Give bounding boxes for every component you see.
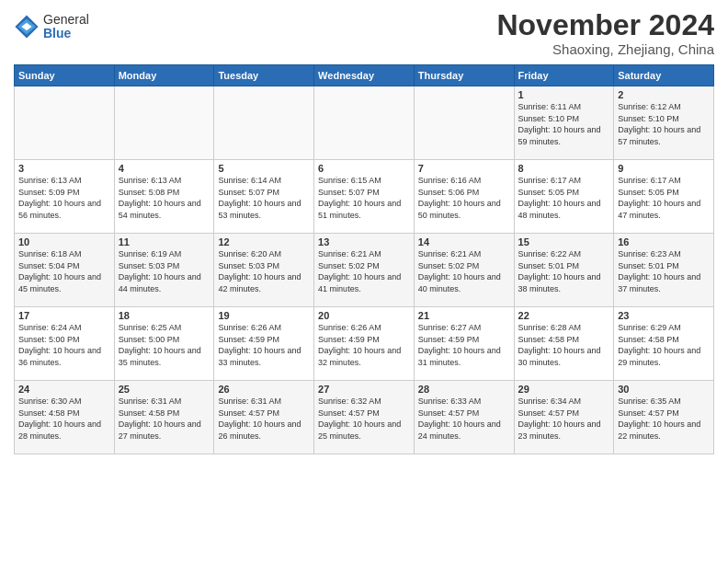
day-cell (114, 86, 214, 160)
day-number: 4 (119, 163, 210, 174)
day-content: Sunrise: 6:20 AM Sunset: 5:03 PM Dayligh… (218, 248, 310, 294)
day-number: 21 (418, 310, 510, 321)
day-content: Sunrise: 6:35 AM Sunset: 4:57 PM Dayligh… (618, 396, 710, 442)
week-row-4: 24Sunrise: 6:30 AM Sunset: 4:58 PM Dayli… (15, 381, 714, 454)
location: Shaoxing, Zhejiang, China (496, 41, 714, 57)
day-number: 27 (318, 384, 410, 395)
day-cell (214, 86, 314, 160)
day-content: Sunrise: 6:11 AM Sunset: 5:10 PM Dayligh… (518, 101, 610, 147)
calendar-table: Sunday Monday Tuesday Wednesday Thursday… (14, 64, 714, 454)
day-cell: 10Sunrise: 6:18 AM Sunset: 5:04 PM Dayli… (15, 234, 115, 307)
day-number: 2 (618, 89, 710, 100)
day-content: Sunrise: 6:14 AM Sunset: 5:07 PM Dayligh… (218, 175, 310, 221)
day-cell: 12Sunrise: 6:20 AM Sunset: 5:03 PM Dayli… (214, 234, 314, 307)
day-cell: 30Sunrise: 6:35 AM Sunset: 4:57 PM Dayli… (614, 381, 714, 454)
header-wednesday: Wednesday (314, 65, 415, 86)
header-saturday: Saturday (614, 65, 714, 86)
day-number: 14 (418, 236, 510, 247)
header-row: Sunday Monday Tuesday Wednesday Thursday… (15, 65, 714, 86)
day-content: Sunrise: 6:17 AM Sunset: 5:05 PM Dayligh… (618, 175, 710, 221)
day-cell: 7Sunrise: 6:16 AM Sunset: 5:06 PM Daylig… (414, 160, 514, 234)
day-cell: 9Sunrise: 6:17 AM Sunset: 5:05 PM Daylig… (614, 160, 714, 234)
day-cell: 5Sunrise: 6:14 AM Sunset: 5:07 PM Daylig… (214, 160, 314, 234)
day-content: Sunrise: 6:18 AM Sunset: 5:04 PM Dayligh… (18, 248, 110, 294)
title-block: November 2024 Shaoxing, Zhejiang, China (496, 9, 714, 57)
day-content: Sunrise: 6:26 AM Sunset: 4:59 PM Dayligh… (218, 322, 310, 368)
day-number: 7 (418, 163, 510, 174)
day-content: Sunrise: 6:21 AM Sunset: 5:02 PM Dayligh… (418, 248, 510, 294)
day-cell: 16Sunrise: 6:23 AM Sunset: 5:01 PM Dayli… (614, 234, 714, 307)
day-cell: 14Sunrise: 6:21 AM Sunset: 5:02 PM Dayli… (414, 234, 514, 307)
calendar-body: 1Sunrise: 6:11 AM Sunset: 5:10 PM Daylig… (15, 86, 714, 454)
day-number: 22 (518, 310, 610, 321)
day-content: Sunrise: 6:21 AM Sunset: 5:02 PM Dayligh… (318, 248, 410, 294)
day-cell: 23Sunrise: 6:29 AM Sunset: 4:58 PM Dayli… (614, 307, 714, 381)
day-content: Sunrise: 6:12 AM Sunset: 5:10 PM Dayligh… (618, 101, 710, 147)
day-cell: 25Sunrise: 6:31 AM Sunset: 4:58 PM Dayli… (114, 381, 214, 454)
logo-text: General Blue (43, 13, 89, 41)
day-number: 6 (318, 163, 410, 174)
month-title: November 2024 (496, 9, 714, 41)
day-content: Sunrise: 6:31 AM Sunset: 4:58 PM Dayligh… (119, 396, 210, 442)
day-content: Sunrise: 6:27 AM Sunset: 4:59 PM Dayligh… (418, 322, 510, 368)
day-content: Sunrise: 6:19 AM Sunset: 5:03 PM Dayligh… (119, 248, 210, 294)
day-content: Sunrise: 6:25 AM Sunset: 5:00 PM Dayligh… (119, 322, 210, 368)
day-cell: 19Sunrise: 6:26 AM Sunset: 4:59 PM Dayli… (214, 307, 314, 381)
calendar-header: Sunday Monday Tuesday Wednesday Thursday… (15, 65, 714, 86)
day-content: Sunrise: 6:32 AM Sunset: 4:57 PM Dayligh… (318, 396, 410, 442)
day-cell: 29Sunrise: 6:34 AM Sunset: 4:57 PM Dayli… (514, 381, 614, 454)
day-number: 29 (518, 384, 610, 395)
day-content: Sunrise: 6:15 AM Sunset: 5:07 PM Dayligh… (318, 175, 410, 221)
header-friday: Friday (514, 65, 614, 86)
day-cell: 3Sunrise: 6:13 AM Sunset: 5:09 PM Daylig… (15, 160, 115, 234)
week-row-1: 3Sunrise: 6:13 AM Sunset: 5:09 PM Daylig… (15, 160, 714, 234)
logo-blue: Blue (43, 27, 89, 40)
week-row-3: 17Sunrise: 6:24 AM Sunset: 5:00 PM Dayli… (15, 307, 714, 381)
day-cell: 20Sunrise: 6:26 AM Sunset: 4:59 PM Dayli… (314, 307, 415, 381)
day-cell: 18Sunrise: 6:25 AM Sunset: 5:00 PM Dayli… (114, 307, 214, 381)
day-number: 23 (618, 310, 710, 321)
day-content: Sunrise: 6:28 AM Sunset: 4:58 PM Dayligh… (518, 322, 610, 368)
day-cell (414, 86, 514, 160)
day-content: Sunrise: 6:23 AM Sunset: 5:01 PM Dayligh… (618, 248, 710, 294)
day-number: 10 (18, 236, 110, 247)
day-cell: 4Sunrise: 6:13 AM Sunset: 5:08 PM Daylig… (114, 160, 214, 234)
header: General Blue November 2024 Shaoxing, Zhe… (14, 9, 714, 57)
day-content: Sunrise: 6:13 AM Sunset: 5:08 PM Dayligh… (119, 175, 210, 221)
day-cell: 27Sunrise: 6:32 AM Sunset: 4:57 PM Dayli… (314, 381, 415, 454)
day-number: 18 (119, 310, 210, 321)
day-content: Sunrise: 6:31 AM Sunset: 4:57 PM Dayligh… (218, 396, 310, 442)
day-content: Sunrise: 6:29 AM Sunset: 4:58 PM Dayligh… (618, 322, 710, 368)
day-cell (15, 86, 115, 160)
day-content: Sunrise: 6:22 AM Sunset: 5:01 PM Dayligh… (518, 248, 610, 294)
day-content: Sunrise: 6:26 AM Sunset: 4:59 PM Dayligh… (318, 322, 410, 368)
day-cell: 15Sunrise: 6:22 AM Sunset: 5:01 PM Dayli… (514, 234, 614, 307)
day-content: Sunrise: 6:17 AM Sunset: 5:05 PM Dayligh… (518, 175, 610, 221)
day-number: 26 (218, 384, 310, 395)
day-cell: 8Sunrise: 6:17 AM Sunset: 5:05 PM Daylig… (514, 160, 614, 234)
day-content: Sunrise: 6:33 AM Sunset: 4:57 PM Dayligh… (418, 396, 510, 442)
day-number: 8 (518, 163, 610, 174)
day-cell: 24Sunrise: 6:30 AM Sunset: 4:58 PM Dayli… (15, 381, 115, 454)
week-row-0: 1Sunrise: 6:11 AM Sunset: 5:10 PM Daylig… (15, 86, 714, 160)
day-number: 16 (618, 236, 710, 247)
day-content: Sunrise: 6:13 AM Sunset: 5:09 PM Dayligh… (18, 175, 110, 221)
day-cell (314, 86, 415, 160)
day-cell: 17Sunrise: 6:24 AM Sunset: 5:00 PM Dayli… (15, 307, 115, 381)
day-content: Sunrise: 6:34 AM Sunset: 4:57 PM Dayligh… (518, 396, 610, 442)
day-cell: 13Sunrise: 6:21 AM Sunset: 5:02 PM Dayli… (314, 234, 415, 307)
day-number: 11 (119, 236, 210, 247)
day-number: 12 (218, 236, 310, 247)
day-cell: 26Sunrise: 6:31 AM Sunset: 4:57 PM Dayli… (214, 381, 314, 454)
day-content: Sunrise: 6:30 AM Sunset: 4:58 PM Dayligh… (18, 396, 110, 442)
logo-icon (14, 14, 40, 40)
day-number: 3 (18, 163, 110, 174)
day-number: 1 (518, 89, 610, 100)
week-row-2: 10Sunrise: 6:18 AM Sunset: 5:04 PM Dayli… (15, 234, 714, 307)
day-cell: 21Sunrise: 6:27 AM Sunset: 4:59 PM Dayli… (414, 307, 514, 381)
day-number: 13 (318, 236, 410, 247)
logo: General Blue (14, 13, 89, 41)
day-cell: 22Sunrise: 6:28 AM Sunset: 4:58 PM Dayli… (514, 307, 614, 381)
day-number: 9 (618, 163, 710, 174)
header-sunday: Sunday (15, 65, 115, 86)
